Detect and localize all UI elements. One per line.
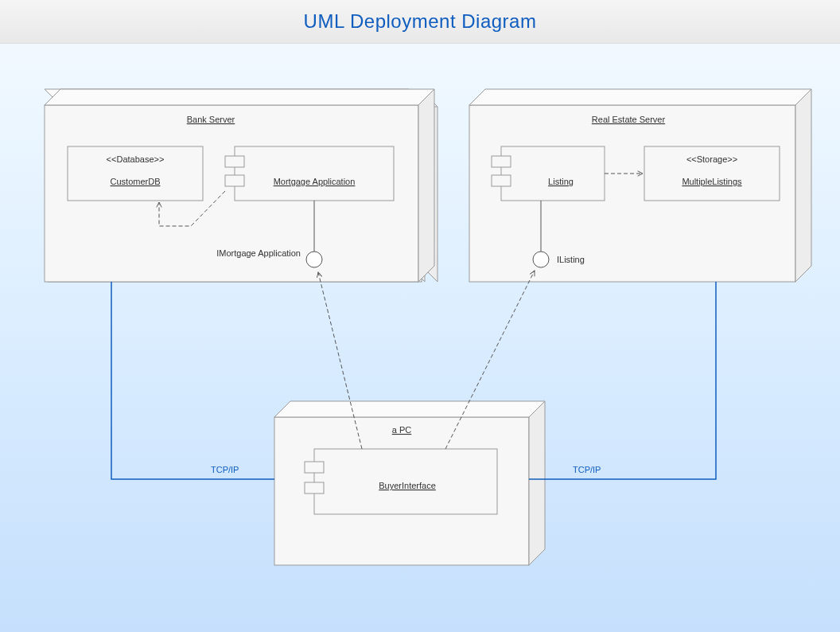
realestate-label: Real Estate Server [592,115,666,124]
svg-rect-16 [225,156,244,167]
conn-tcpip-right-label: TCP/IP [573,465,601,474]
customerdb-stereotype: <<Database>> [107,154,165,164]
conn-tcpip-left [111,282,274,479]
svg-marker-12 [45,89,434,105]
svg-rect-21 [501,146,605,201]
svg-rect-30 [305,482,324,494]
iface-mortgage-label: IMortgage Application [216,248,301,258]
buyerinterface-label: BuyerInterface [379,481,436,490]
svg-marker-27 [529,401,545,565]
svg-rect-17 [225,175,244,186]
svg-rect-15 [235,146,394,201]
listing-label: Listing [548,177,574,186]
component-listing: Listing [492,146,605,201]
mortgage-label: Mortgage Application [274,177,356,186]
conn-tcpip-right [529,282,716,479]
iface-listing-label: IListing [557,255,585,264]
customerdb-label: CustomerDB [111,177,161,186]
svg-rect-22 [492,156,511,167]
iface-listing-ball [533,252,549,267]
svg-rect-29 [305,462,324,473]
svg-marker-19 [469,89,811,105]
multiplelistings-stereotype: <<Storage>> [686,154,737,164]
component-multiplelistings: <<Storage>> MultipleListings [644,146,780,201]
title-bar: UML Deployment Diagram [0,0,840,44]
bank-server-node: Bank Server <<Database>> CustomerDB Mort… [45,89,434,282]
iface-mortgage-ball [306,252,322,267]
svg-marker-20 [795,89,811,282]
svg-marker-26 [274,401,545,417]
svg-marker-13 [418,89,434,282]
pc-label: a PC [392,425,412,435]
page-title: UML Deployment Diagram [304,10,537,33]
component-mortgage: Mortgage Application [225,146,394,201]
multiplelistings-label: MultipleListings [682,177,742,186]
component-buyerinterface: BuyerInterface [305,449,497,514]
pc-node: a PC BuyerInterface [274,401,545,565]
conn-tcpip-left-label: TCP/IP [211,465,239,474]
realestate-server-node: Real Estate Server Listing <<Storage>> M… [469,89,811,282]
bank-server-label: Bank Server [187,115,235,124]
component-customerdb: <<Database>> CustomerDB [68,146,203,201]
diagram-canvas: Bank Server <<Database>> CustomerDB Mort… [0,43,840,632]
svg-rect-23 [492,175,511,186]
